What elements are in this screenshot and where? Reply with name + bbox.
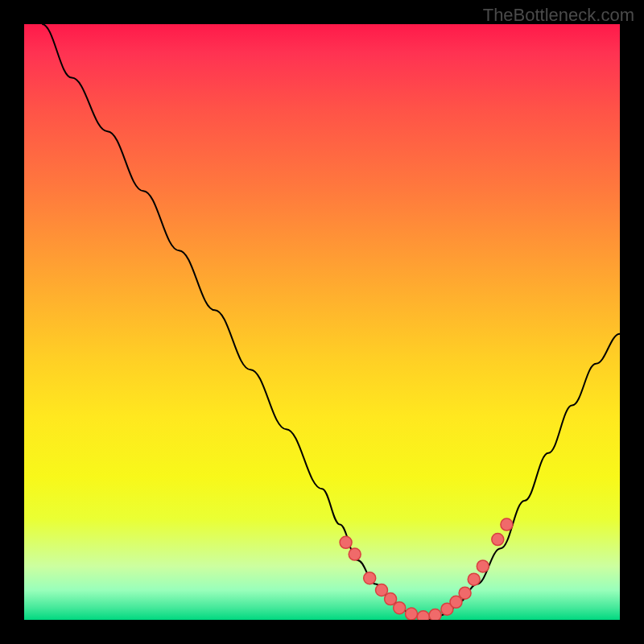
data-marker — [385, 593, 397, 605]
data-marker — [501, 518, 513, 530]
data-marker — [417, 611, 429, 620]
plot-area — [24, 24, 620, 620]
data-marker — [340, 536, 352, 548]
data-marker — [468, 573, 480, 585]
data-marker — [450, 596, 462, 608]
data-marker — [459, 587, 471, 599]
data-marker — [477, 560, 489, 572]
data-marker — [364, 572, 376, 584]
watermark-text: TheBottleneck.com — [483, 5, 634, 26]
chart-svg — [24, 24, 620, 620]
data-marker — [394, 602, 406, 614]
data-marker — [492, 534, 504, 546]
data-marker — [429, 609, 441, 620]
data-marker — [376, 584, 388, 597]
data-marker — [406, 608, 418, 620]
bottleneck-curve — [42, 24, 620, 620]
data-marker — [349, 548, 361, 560]
